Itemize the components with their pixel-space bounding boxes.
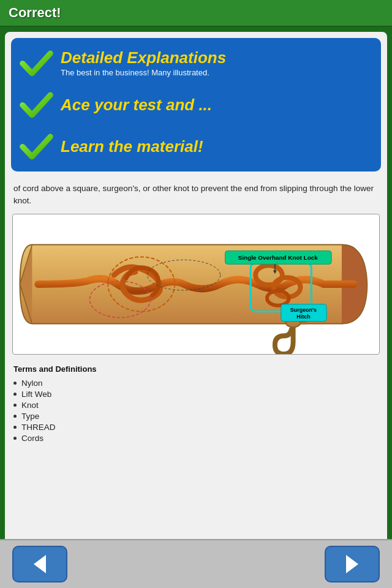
checkmark-icon-2 — [20, 89, 53, 120]
term-label: Nylon — [21, 379, 43, 388]
promo-sub-text-1: The best in the business! Many illustrat… — [61, 68, 226, 77]
term-label: Cords — [21, 434, 43, 443]
term-label: THREAD — [21, 423, 56, 432]
header: Correct! — [0, 0, 392, 27]
nav-bar — [0, 539, 392, 588]
checkmark-icon-1 — [20, 48, 53, 78]
svg-marker-16 — [346, 555, 358, 573]
list-item: Lift Web — [13, 388, 379, 399]
checkmark-icon-3 — [20, 131, 53, 162]
diagram-container: Single Overhand Knot Lock Surgeon's Hitc… — [12, 214, 380, 355]
back-arrow-icon — [28, 552, 52, 576]
page-title: Correct! — [9, 5, 383, 21]
promo-main-text-2: Ace your test and ... — [61, 96, 212, 114]
svg-text:Surgeon's: Surgeon's — [290, 307, 317, 313]
terms-list: NylonLift WebKnotTypeTHREADCords — [13, 377, 379, 443]
forward-arrow-icon — [340, 552, 364, 576]
list-item: Cords — [13, 432, 379, 443]
knot-diagram: Single Overhand Knot Lock Surgeon's Hitc… — [13, 214, 379, 354]
bullet-icon — [13, 404, 17, 407]
promo-banner: Detailed Explanations The best in the bu… — [11, 38, 381, 172]
terms-section: Terms and Definitions NylonLift WebKnotT… — [5, 358, 387, 447]
svg-marker-15 — [34, 555, 46, 573]
list-item: Knot — [13, 399, 379, 410]
bullet-icon — [13, 393, 17, 396]
forward-button[interactable] — [325, 546, 380, 582]
explanation-text: of cord above a square, surgeon's, or ot… — [13, 183, 379, 206]
promo-item-1: Detailed Explanations The best in the bu… — [20, 48, 372, 78]
terms-title: Terms and Definitions — [13, 364, 379, 374]
list-item: THREAD — [13, 421, 379, 432]
bullet-icon — [13, 382, 17, 385]
promo-main-text-3: Learn the material! — [61, 138, 203, 156]
term-label: Lift Web — [21, 390, 51, 399]
list-item: Nylon — [13, 377, 379, 388]
main-content: Detailed Explanations The best in the bu… — [5, 32, 387, 546]
back-button[interactable] — [12, 546, 67, 582]
list-item: Type — [13, 410, 379, 421]
bullet-icon — [13, 415, 17, 418]
promo-main-text-1: Detailed Explanations — [61, 49, 226, 67]
explanation-section: of cord above a square, surgeon's, or ot… — [5, 178, 387, 210]
term-label: Knot — [21, 401, 39, 410]
bullet-icon — [13, 437, 17, 440]
bullet-icon — [13, 426, 17, 429]
promo-item-3: Learn the material! — [20, 131, 372, 162]
promo-text-block-1: Detailed Explanations The best in the bu… — [61, 49, 226, 77]
promo-item-2: Ace your test and ... — [20, 89, 372, 120]
svg-text:Single Overhand Knot Lock: Single Overhand Knot Lock — [238, 254, 318, 261]
term-label: Type — [21, 412, 39, 421]
svg-text:Hitch: Hitch — [296, 314, 310, 320]
